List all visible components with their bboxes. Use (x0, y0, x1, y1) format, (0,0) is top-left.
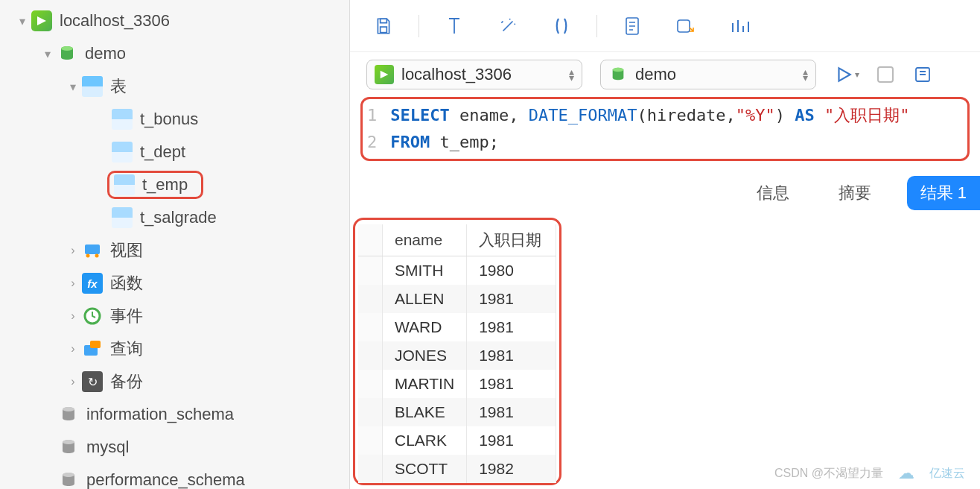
tree-table-item[interactable]: t_salgrade (0, 201, 349, 234)
svg-rect-14 (381, 19, 387, 22)
tree-sysdb[interactable]: mysql (0, 431, 349, 464)
tree-sysdb[interactable]: performance_schema (0, 464, 349, 489)
chevron-down-icon: ▾ (13, 14, 31, 28)
tree-sysdb[interactable]: information_schema (0, 398, 349, 431)
function-icon: fx (82, 273, 103, 294)
results-table[interactable]: ename 入职日期 SMITH 1980 ALLEN 1981 WARD 19… (358, 224, 556, 483)
explain-icon[interactable] (911, 63, 934, 86)
views-label: 视图 (110, 239, 143, 262)
chart-icon[interactable] (728, 15, 751, 37)
svg-point-9 (63, 407, 74, 411)
table-row[interactable]: MARTIN 1981 (358, 370, 556, 398)
row-gutter (358, 455, 383, 483)
magic-icon[interactable] (497, 15, 519, 37)
tree-tables-folder[interactable]: ▾ 表 (0, 70, 349, 103)
server-icon (31, 10, 52, 31)
tab-result[interactable]: 结果 1 (907, 176, 980, 210)
tree-table-item[interactable]: t_dept (0, 136, 349, 168)
table-row[interactable]: BLAKE 1981 (358, 398, 556, 426)
cell-date: 1981 (467, 313, 556, 341)
svg-rect-7 (90, 341, 101, 348)
database-dropdown[interactable]: demo ▴▾ (600, 60, 816, 89)
server-icon (375, 65, 394, 84)
tables-label: 表 (110, 75, 127, 98)
chevron-down-icon: ▾ (39, 47, 57, 61)
clock-icon (82, 306, 103, 326)
table-icon (82, 76, 103, 97)
view-icon (82, 240, 103, 261)
table-row[interactable]: WARD 1981 (358, 313, 556, 341)
sysdb-label: information_schema (86, 405, 234, 424)
stop-button[interactable] (877, 66, 894, 83)
events-label: 事件 (110, 305, 143, 327)
table-row[interactable]: SCOTT 1982 (358, 455, 556, 483)
tab-info[interactable]: 信息 (743, 176, 803, 210)
caret-icon: ▴▾ (569, 69, 574, 81)
export-icon[interactable] (675, 15, 697, 37)
tree-events[interactable]: › 事件 (0, 300, 349, 332)
parentheses-icon[interactable] (550, 15, 573, 37)
sql-editor[interactable]: 12 SELECT ename, DATE_FORMAT(hiredate,"%… (367, 102, 963, 156)
tree-queries[interactable]: › 查询 (0, 332, 349, 365)
tree-table-item-selected[interactable]: t_emp (0, 168, 349, 201)
sql-code: SELECT ename, DATE_FORMAT(hiredate,"%Y")… (390, 102, 909, 156)
table-row[interactable]: SMITH 1980 (358, 256, 556, 285)
document-icon[interactable] (621, 15, 643, 37)
main-panel: localhost_3306 ▴▾ demo ▴▾ ▾ 12 SELECT e (350, 0, 980, 489)
tree-backup[interactable]: › ↻ 备份 (0, 365, 349, 398)
row-gutter (358, 285, 383, 313)
results-highlight: ename 入职日期 SMITH 1980 ALLEN 1981 WARD 19… (353, 218, 561, 485)
separator (596, 15, 597, 37)
col-header[interactable]: 入职日期 (467, 224, 556, 256)
cloud-icon: ☁ (898, 464, 914, 483)
tab-summary[interactable]: 摘要 (825, 176, 885, 210)
table-icon (112, 142, 133, 163)
svg-point-11 (63, 440, 74, 444)
watermark: CSDN @不渴望力量 ☁ 亿速云 (774, 464, 965, 483)
cell-ename: WARD (383, 313, 467, 341)
tree-views[interactable]: › 视图 (0, 234, 349, 267)
save-icon[interactable] (372, 15, 395, 37)
cell-ename: ALLEN (383, 285, 467, 313)
line-gutter: 12 (367, 102, 390, 156)
cell-ename: JONES (383, 341, 467, 370)
table-icon (112, 207, 133, 228)
sql-editor-highlight: 12 SELECT ename, DATE_FORMAT(hiredate,"%… (360, 97, 970, 161)
chevron-right-icon: › (64, 342, 82, 356)
cell-ename: BLAKE (383, 398, 467, 426)
table-name: t_dept (140, 142, 185, 162)
row-gutter (358, 256, 383, 285)
queries-label: 查询 (110, 338, 143, 360)
backup-label: 备份 (110, 370, 143, 393)
row-gutter (358, 370, 383, 398)
connection-bar: localhost_3306 ▴▾ demo ▴▾ ▾ (350, 52, 980, 94)
database-icon (58, 437, 79, 458)
table-row[interactable]: CLARK 1981 (358, 426, 556, 455)
server-dropdown[interactable]: localhost_3306 ▴▾ (366, 60, 582, 89)
run-button[interactable]: ▾ (834, 65, 859, 84)
svg-point-3 (86, 254, 90, 258)
cell-date: 1982 (467, 455, 556, 483)
tree-table-item[interactable]: t_bonus (0, 103, 349, 136)
cell-date: 1981 (467, 426, 556, 455)
editor-toolbar (350, 0, 980, 52)
database-dropdown-label: demo (635, 65, 676, 84)
table-row[interactable]: JONES 1981 (358, 341, 556, 370)
table-row[interactable]: ALLEN 1981 (358, 285, 556, 313)
svg-point-13 (63, 473, 74, 477)
caret-icon: ▴▾ (803, 69, 808, 81)
cell-date: 1981 (467, 341, 556, 370)
database-icon (57, 43, 77, 64)
tree-database[interactable]: ▾ demo (0, 37, 349, 70)
col-header[interactable]: ename (383, 224, 467, 256)
results-area: ename 入职日期 SMITH 1980 ALLEN 1981 WARD 19… (350, 218, 980, 485)
functions-label: 函数 (110, 272, 143, 294)
format-icon[interactable] (443, 15, 465, 37)
svg-rect-17 (678, 20, 690, 32)
tree-functions[interactable]: › fx 函数 (0, 267, 349, 300)
tree-connection[interactable]: ▾ localhost_3306 (0, 4, 349, 37)
row-gutter (358, 313, 383, 341)
chevron-right-icon: › (64, 277, 82, 290)
watermark-csdn: CSDN @不渴望力量 (774, 466, 883, 482)
table-name: t_emp (142, 175, 188, 195)
